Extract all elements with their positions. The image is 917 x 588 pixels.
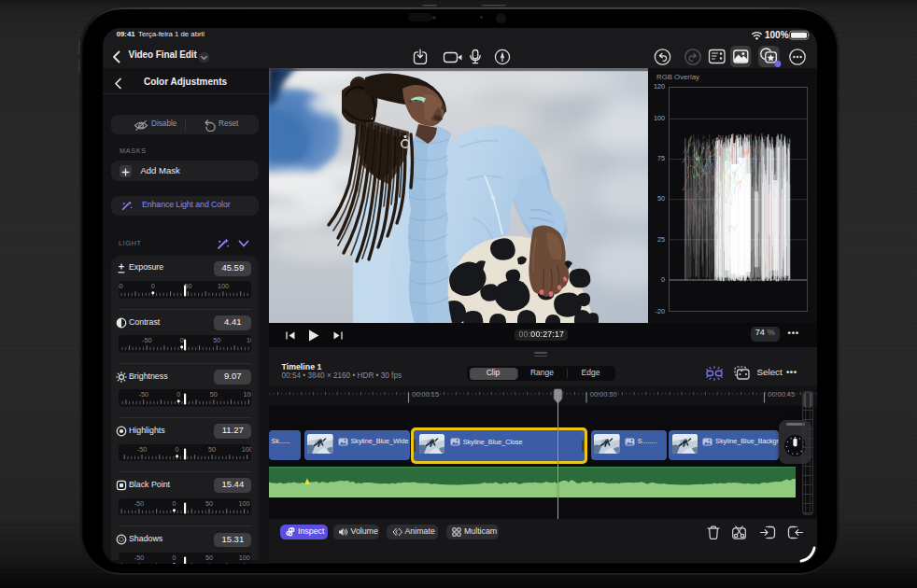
svg-text:0: 0	[173, 553, 176, 562]
svg-text:50: 50	[213, 336, 220, 344]
svg-text:100: 100	[239, 499, 250, 508]
svg-text:-50: -50	[139, 391, 148, 399]
svg-text:-50: -50	[119, 282, 122, 290]
svg-text:-50: -50	[134, 499, 144, 508]
svg-text:-50: -50	[134, 553, 144, 562]
svg-text:50: 50	[205, 499, 213, 508]
svg-text:100: 100	[242, 445, 251, 454]
svg-text:50: 50	[208, 445, 216, 454]
svg-text:-50: -50	[142, 336, 151, 344]
svg-text:-50: -50	[137, 445, 147, 454]
svg-text:100%: 100%	[765, 30, 789, 40]
svg-text:0: 0	[151, 282, 155, 290]
svg-text:50: 50	[205, 553, 213, 562]
svg-text:0: 0	[180, 336, 184, 344]
svg-text:0: 0	[176, 445, 179, 454]
svg-text:0: 0	[176, 391, 180, 399]
svg-text:0: 0	[173, 499, 176, 508]
svg-text:100: 100	[244, 391, 252, 399]
svg-text:50: 50	[210, 391, 218, 399]
svg-text:100: 100	[239, 553, 250, 562]
svg-text:100: 100	[218, 282, 229, 290]
svg-text:100: 100	[247, 336, 251, 344]
